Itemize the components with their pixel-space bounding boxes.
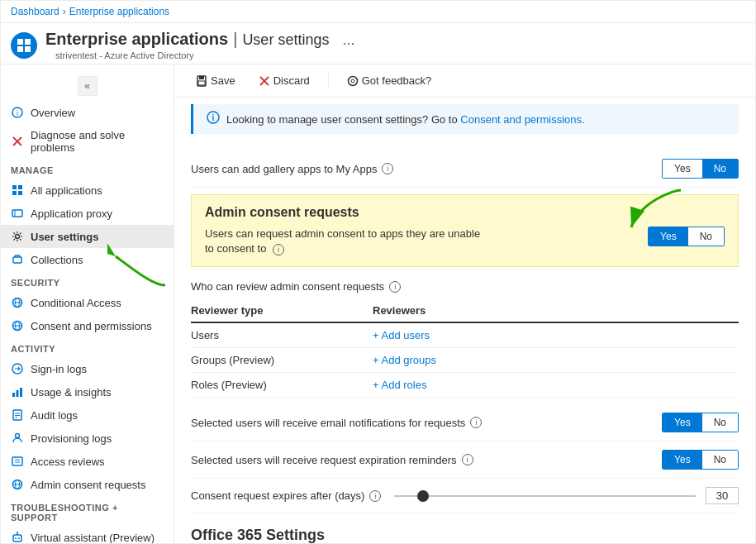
- add-roles-link[interactable]: + Add roles: [373, 379, 426, 391]
- sidebar-item-provisioning[interactable]: Provisioning logs: [1, 427, 174, 450]
- svg-rect-0: [17, 39, 23, 45]
- sidebar-item-app-proxy[interactable]: Application proxy: [1, 202, 174, 225]
- reviewer-row-roles: Roles (Preview) + Add roles: [191, 373, 739, 398]
- svg-text:i: i: [17, 109, 18, 117]
- gallery-apps-info[interactable]: i: [382, 163, 393, 174]
- sidebar-item-conditional-access-label: Conditional Access: [31, 297, 121, 309]
- reviewer-row-users: Users + Add users: [191, 323, 739, 348]
- page-subtitle: User settings: [242, 31, 329, 49]
- sidebar-item-collections[interactable]: Collections: [1, 248, 174, 271]
- gallery-apps-setting: Users can add gallery apps to My Apps i …: [191, 150, 739, 188]
- sidebar-item-signin-label: Sign-in logs: [31, 363, 87, 375]
- admin-consent-yes-button[interactable]: Yes: [649, 227, 688, 246]
- svg-point-29: [16, 434, 20, 438]
- svg-rect-36: [13, 535, 21, 542]
- admin-consent-box: Admin consent requests Users can request…: [191, 194, 739, 267]
- bot-icon: [11, 531, 24, 543]
- expires-slider[interactable]: [394, 495, 696, 497]
- sidebar-item-virtual-assistant[interactable]: Virtual assistant (Preview): [1, 526, 174, 543]
- gallery-apps-toggle: Yes No: [662, 159, 739, 179]
- email-notif-no-button[interactable]: No: [702, 413, 738, 432]
- provisioning-icon: [11, 432, 24, 445]
- svg-text:i: i: [212, 113, 215, 122]
- gallery-apps-yes-button[interactable]: Yes: [663, 160, 702, 178]
- email-notif-info[interactable]: i: [470, 417, 482, 428]
- admin-consent-info[interactable]: i: [273, 244, 284, 255]
- svg-rect-11: [18, 191, 22, 195]
- email-notif-yes-button[interactable]: Yes: [663, 413, 702, 432]
- sidebar: « i Overview Diagnose and solve problems…: [1, 64, 174, 543]
- content-body: Users can add gallery apps to My Apps i …: [174, 141, 755, 543]
- admin-consent-toggle: Yes No: [648, 227, 725, 246]
- sidebar-item-audit[interactable]: Audit logs: [1, 403, 174, 427]
- collections-icon: [11, 253, 24, 266]
- expiration-info[interactable]: i: [462, 454, 473, 465]
- consent-icon: [11, 319, 24, 332]
- sidebar-item-consent[interactable]: Consent and permissions: [1, 314, 174, 337]
- page-title: Enterprise applications: [45, 30, 228, 49]
- sidebar-item-all-apps[interactable]: All applications: [1, 179, 174, 202]
- collapse-sidebar-button[interactable]: «: [78, 76, 97, 96]
- svg-rect-3: [25, 46, 31, 52]
- expires-info[interactable]: i: [369, 490, 381, 502]
- admin-consent-request-row: Users can request admin consent to apps …: [205, 227, 725, 256]
- sidebar-item-app-proxy-label: Application proxy: [31, 208, 112, 220]
- add-groups-link[interactable]: + Add groups: [373, 354, 436, 366]
- x-icon: [11, 135, 24, 148]
- sidebar-item-conditional-access[interactable]: Conditional Access: [1, 291, 174, 314]
- sidebar-item-user-settings[interactable]: User settings: [1, 225, 174, 248]
- admin-consent-icon: [11, 478, 24, 491]
- admin-consent-no-button[interactable]: No: [688, 227, 724, 246]
- consent-expires-setting: Consent request expires after (days) i 3…: [191, 479, 739, 513]
- more-options-button[interactable]: ...: [342, 31, 354, 49]
- svg-rect-2: [17, 46, 23, 52]
- who-review-info[interactable]: i: [389, 281, 401, 293]
- info-banner: i Looking to manage user consent setting…: [191, 104, 739, 134]
- discard-icon: [259, 75, 270, 87]
- reviewer-row-groups: Groups (Preview) + Add groups: [191, 348, 739, 373]
- svg-rect-46: [198, 81, 205, 85]
- expiration-yes-button[interactable]: Yes: [663, 451, 702, 469]
- grid-icon: [11, 184, 24, 197]
- svg-rect-9: [18, 185, 22, 189]
- breadcrumb-dashboard[interactable]: Dashboard: [11, 6, 59, 17]
- page-header: Enterprise applications | User settings …: [1, 23, 755, 64]
- audit-icon: [11, 408, 24, 422]
- sidebar-item-all-apps-label: All applications: [31, 184, 102, 197]
- email-notif-label: Selected users will receive email notifi…: [191, 417, 465, 429]
- sidebar-item-signin[interactable]: Sign-in logs: [1, 357, 174, 380]
- sidebar-item-access-reviews[interactable]: Access reviews: [1, 450, 174, 473]
- svg-rect-12: [12, 210, 22, 217]
- sidebar-item-admin-consent-req[interactable]: Admin consent requests: [1, 473, 174, 496]
- reviewer-type-users: Users: [191, 329, 373, 341]
- feedback-button[interactable]: Got feedback?: [342, 71, 437, 90]
- sidebar-item-usage[interactable]: Usage & insights: [1, 380, 174, 403]
- breadcrumb-enterprise[interactable]: Enterprise applications: [69, 6, 169, 17]
- org-subtitle: striventest - Azure Active Directory: [55, 50, 354, 60]
- consent-permissions-link[interactable]: Consent and permissions.: [460, 113, 584, 126]
- svg-point-38: [18, 537, 20, 539]
- svg-rect-15: [13, 257, 21, 263]
- discard-button[interactable]: Discard: [254, 71, 315, 90]
- gallery-apps-no-button[interactable]: No: [702, 160, 738, 178]
- gear-icon: [11, 230, 24, 243]
- sidebar-item-overview[interactable]: i Overview: [1, 101, 174, 124]
- email-notif-toggle: Yes No: [662, 413, 739, 432]
- add-users-link[interactable]: + Add users: [373, 329, 430, 341]
- sidebar-item-user-settings-label: User settings: [31, 231, 98, 243]
- expiration-no-button[interactable]: No: [702, 451, 738, 469]
- conditional-access-icon: [11, 296, 24, 309]
- sidebar-item-access-reviews-label: Access reviews: [31, 456, 105, 468]
- reviewer-table-header: Reviewer type Reviewers: [191, 299, 739, 323]
- sidebar-section-security: Security: [1, 271, 174, 291]
- sidebar-item-diagnose[interactable]: Diagnose and solve problems: [1, 124, 174, 159]
- who-review-label: Who can review admin consent requests: [191, 280, 384, 293]
- access-reviews-icon: [11, 455, 24, 468]
- save-button[interactable]: Save: [191, 71, 240, 90]
- col-header-reviewers: Reviewers: [373, 304, 739, 317]
- sidebar-section-activity: Activity: [1, 337, 174, 357]
- toolbar-separator: [328, 73, 329, 89]
- sidebar-item-usage-label: Usage & insights: [31, 386, 112, 398]
- email-notif-setting: Selected users will receive email notifi…: [191, 404, 739, 441]
- svg-rect-10: [12, 191, 17, 195]
